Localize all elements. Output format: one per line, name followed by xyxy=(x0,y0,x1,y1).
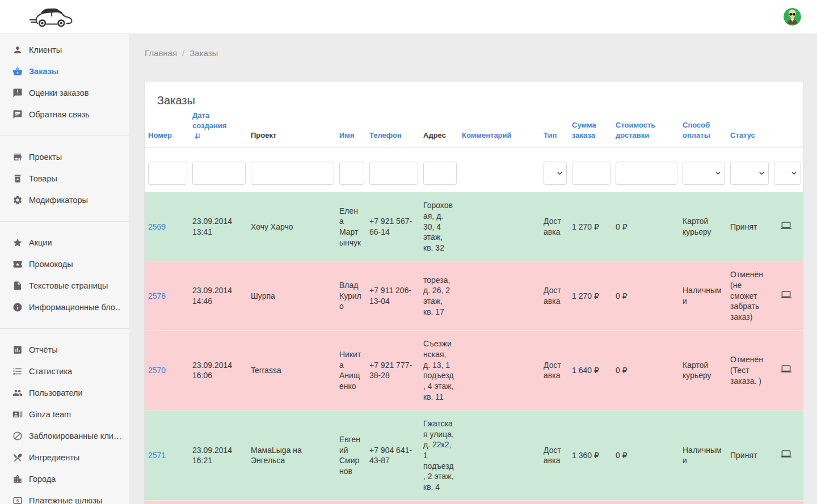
sidebar-item-label: Отчёты xyxy=(29,345,58,354)
cell-project: Баклажан в ТЦ «Галерея» xyxy=(247,501,336,504)
sidebar-item-ginza-team[interactable]: Ginza team xyxy=(0,404,129,425)
column-header-payment-method[interactable]: Способ оплаты xyxy=(679,107,727,148)
sidebar-item-blocked-clients[interactable]: Заблокированные кли… xyxy=(0,425,129,447)
filter-select-type[interactable] xyxy=(544,162,567,185)
filter-input-address[interactable] xyxy=(423,162,457,185)
sidebar-item-label: Акции xyxy=(29,238,52,247)
cell-name: Никита Анищенко xyxy=(336,331,366,410)
cell-phone: +7 904 641-43-87 xyxy=(366,410,420,501)
top-bar xyxy=(0,0,817,34)
laptop-icon xyxy=(781,363,791,374)
cell-comment xyxy=(458,192,540,261)
sidebar-item-reports[interactable]: Отчёты xyxy=(0,339,129,361)
order-feedback-icon xyxy=(12,88,23,98)
column-header-name[interactable]: Имя xyxy=(336,107,366,148)
cell-name: Влад Курило xyxy=(336,261,366,331)
filter-select-status[interactable] xyxy=(730,162,769,185)
sidebar-item-label: Оценки заказов xyxy=(29,88,89,98)
cell-type: Доставка xyxy=(540,331,568,410)
laptop-icon xyxy=(781,289,791,300)
sidebar-item-info-blocks[interactable]: Информационные бло… xyxy=(0,297,129,318)
filter-input-name[interactable] xyxy=(339,162,364,185)
filter-input-created[interactable] xyxy=(192,162,246,185)
sidebar-item-ingredients[interactable]: Ингредиенты xyxy=(0,447,129,468)
orders-table: НомерДата созданияПроектИмяТелефонАдресК… xyxy=(145,107,803,504)
order-number-link[interactable]: 2578 xyxy=(148,291,166,300)
sidebar-item-text-pages[interactable]: Текстовые страницы xyxy=(0,275,129,297)
sidebar-item-order-ratings[interactable]: Оценки заказов xyxy=(0,82,129,104)
sidebar-item-users[interactable]: Пользователи xyxy=(0,382,129,404)
cell-status: Отменён (Тест заказа. ) xyxy=(727,331,770,410)
order-row: 257223.09.2014 17:55Баклажан в ТЦ «Галер… xyxy=(145,501,803,504)
sidebar-item-projects[interactable]: Проекты xyxy=(0,146,129,168)
order-number-link[interactable]: 2570 xyxy=(148,366,166,375)
sidebar-item-promocodes[interactable]: Промокоды xyxy=(0,253,129,275)
column-header-delivery-cost[interactable]: Стоимость доставки xyxy=(612,107,679,148)
order-number-link[interactable]: 2571 xyxy=(148,451,166,460)
cell-address: тореза, д. 26, 2 этаж, кв. 17 xyxy=(420,261,458,331)
sidebar-item-payment-gateways[interactable]: $Платежные шлюзы xyxy=(0,490,129,504)
cell-sum: 1 166 ₽ xyxy=(568,501,612,504)
star-icon xyxy=(12,238,23,248)
column-header-comment[interactable]: Комментарий xyxy=(458,107,540,148)
order-row: 257023.09.2014 16:06TerrassaНикита Анище… xyxy=(145,331,803,410)
cell-project: МамаLыga на Энгельса xyxy=(247,410,336,501)
product-icon xyxy=(12,173,23,184)
storefront-icon xyxy=(12,152,23,162)
cell-type: Доставка xyxy=(540,261,568,331)
column-header-created[interactable]: Дата создания xyxy=(189,107,247,148)
cell-delivery_cost: 0 ₽ xyxy=(612,192,679,261)
cell-delivery_cost: 0 ₽ xyxy=(612,501,679,504)
cell-delivery_cost: 0 ₽ xyxy=(612,410,679,501)
cell-comment xyxy=(458,331,540,410)
blocked-icon xyxy=(12,431,23,441)
gear-icon xyxy=(12,195,23,205)
cell-created: 23.09.2014 16:21 xyxy=(189,410,247,501)
column-header-number[interactable]: Номер xyxy=(145,107,189,148)
filter-input-order-sum[interactable] xyxy=(572,162,610,185)
ingredients-icon xyxy=(12,452,23,463)
sidebar-item-orders[interactable]: Заказы xyxy=(0,61,129,82)
cell-project: Terrassa xyxy=(247,331,336,410)
order-row: 256923.09.2014 13:41Хочу ХарчоЕлена Март… xyxy=(145,192,803,261)
sidebar-item-clients[interactable]: Клиенты xyxy=(0,39,129,61)
column-header-status[interactable]: Статус xyxy=(727,107,770,148)
filter-select-actions[interactable] xyxy=(774,162,801,185)
breadcrumb-separator: / xyxy=(182,48,184,58)
sidebar-item-label: Проекты xyxy=(29,153,62,162)
filter-input-number[interactable] xyxy=(148,162,187,185)
column-header-order-sum[interactable]: Сумма заказа xyxy=(568,107,612,148)
sidebar-item-label: Клиенты xyxy=(29,45,62,54)
person-icon xyxy=(12,45,23,55)
cell-sum: 1 360 ₽ xyxy=(568,410,612,501)
sidebar-item-products[interactable]: Товары xyxy=(0,168,129,189)
filter-input-project[interactable] xyxy=(251,162,334,185)
cell-payment: Картой курьеру xyxy=(679,501,727,504)
laptop-icon xyxy=(781,448,791,459)
sidebar-item-cities[interactable]: Города xyxy=(0,468,129,490)
sidebar-item-label: Товары xyxy=(29,174,57,183)
user-avatar[interactable] xyxy=(784,8,801,26)
cell-phone: +7 921 777-38-28 xyxy=(366,331,420,410)
column-header-phone[interactable]: Телефон xyxy=(366,107,420,148)
filter-input-phone[interactable] xyxy=(369,162,418,185)
sort-desc-icon[interactable] xyxy=(193,132,202,141)
order-number-link[interactable]: 2569 xyxy=(148,222,166,231)
sidebar-item-feedback[interactable]: Обратная связь xyxy=(0,104,129,125)
cell-sum: 1 270 ₽ xyxy=(568,261,612,331)
sidebar-item-label: Пользователи xyxy=(29,388,83,397)
sidebar-item-statistics[interactable]: Статистика xyxy=(0,361,129,382)
column-header-type[interactable]: Тип xyxy=(540,107,568,148)
table-header-row: НомерДата созданияПроектИмяТелефонАдресК… xyxy=(145,107,803,148)
order-row: 257123.09.2014 16:21МамаLыga на Энгельса… xyxy=(145,410,803,501)
cell-address: Гороховая, д. 30, 4 этаж, кв. 32 xyxy=(420,192,458,261)
sidebar-item-modifiers[interactable]: Модификаторы xyxy=(0,189,129,211)
filter-input-delivery-cost[interactable] xyxy=(616,162,677,185)
cell-project: Хочу Харчо xyxy=(247,192,336,261)
breadcrumb-home[interactable]: Главная xyxy=(145,48,177,58)
cell-phone: +7 911 206-13-04 xyxy=(366,261,420,331)
contact-card-icon xyxy=(12,409,23,420)
sidebar-item-promotions[interactable]: Акции xyxy=(0,232,129,253)
cell-status: Отменён (не сможет забрать заказ) xyxy=(727,261,770,331)
filter-select-payment-method[interactable] xyxy=(683,162,725,185)
